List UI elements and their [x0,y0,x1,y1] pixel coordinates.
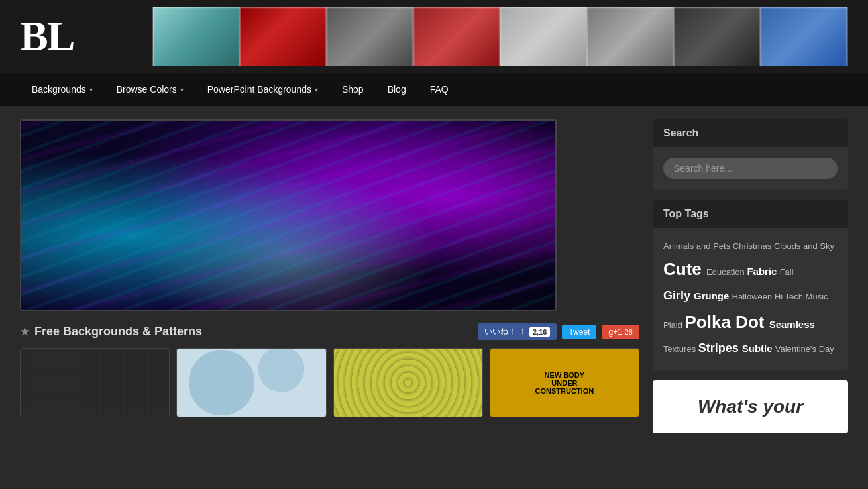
thumbnail-item-3[interactable] [333,348,483,417]
hero-canvas [21,121,555,310]
thumbnail-item-1[interactable] [20,348,170,417]
banner-thumb-5 [500,7,587,66]
tag-stripes[interactable]: Stripes [698,341,742,354]
content-title: ★ Free Backgrounds & Patterns [20,325,202,339]
tag-textures[interactable]: Textures [663,344,698,354]
sidebar: Search Top Tags Animals and Pets Christm… [653,119,848,433]
search-input[interactable] [663,158,838,179]
tag-polka-dot[interactable]: Polka Dot [685,312,769,332]
promo-block: What's your [653,380,848,433]
banner-thumb-6 [587,7,674,66]
tag-hi-tech[interactable]: Hi Tech [775,292,806,301]
header: BL [0,0,868,73]
gplus-label: g+1 [608,327,622,337]
tag-girly[interactable]: Girly [663,289,694,302]
thumbnail-grid: NEW BODYUNDERCONSTRUCTION [20,348,639,417]
nav-item-powerpoint[interactable]: PowerPoint Backgrounds ▾ [195,73,330,106]
banner-thumb-3 [327,7,413,66]
tag-music[interactable]: Music [806,292,828,301]
content-title-text: Free Backgrounds & Patterns [34,325,202,339]
hero-streaks [21,121,555,310]
tag-subtle[interactable]: Subtle [742,343,775,354]
tag-animals-and-pets[interactable]: Animals and Pets [663,241,733,251]
banner-thumb-7 [674,7,761,66]
chevron-down-icon: ▾ [89,86,93,93]
tag-fall[interactable]: Fall [780,267,794,277]
banner-thumb-4 [413,7,500,66]
tag-education[interactable]: Education [706,267,747,277]
main-content: ★ Free Backgrounds & Patterns いいね！！ 2,16… [0,106,868,447]
content-title-bar: ★ Free Backgrounds & Patterns いいね！！ 2,16… [20,323,639,340]
center-column: ★ Free Backgrounds & Patterns いいね！！ 2,16… [20,119,639,433]
tag-grunge[interactable]: Grunge [694,290,732,301]
tweet-label: Tweet [569,327,590,337]
fb-count: 2,16 [529,327,550,337]
promo-text: What's your [698,395,803,419]
search-widget: Search [653,119,848,190]
tweet-button[interactable]: Tweet [562,325,596,339]
banner-thumb-8 [761,7,847,66]
top-tags-widget: Top Tags Animals and Pets Christmas Clou… [653,200,848,370]
nav-item-shop[interactable]: Shop [330,73,376,106]
tag-plaid[interactable]: Plaid [663,320,685,330]
tag-cute[interactable]: Cute [663,259,706,279]
tag-christmas[interactable]: Christmas [733,241,774,251]
banner-thumb-2 [240,7,327,66]
thumbnail-item-4[interactable]: NEW BODYUNDERCONSTRUCTION [490,348,639,417]
logo[interactable]: BL [20,12,152,61]
fb-label: いいね！ [484,326,516,337]
nav-item-blog[interactable]: Blog [376,73,418,106]
nav: Backgrounds ▾ Browse Colors ▾ PowerPoint… [0,73,868,106]
nav-item-browse-colors[interactable]: Browse Colors ▾ [105,73,195,106]
banner-strip [152,7,848,66]
nav-item-backgrounds[interactable]: Backgrounds ▾ [20,73,105,106]
tag-valentines-day[interactable]: Valentine's Day [775,344,834,354]
facebook-like-button[interactable]: いいね！！ 2,16 [478,323,557,340]
hero-image[interactable] [20,119,557,311]
search-widget-body [653,147,848,190]
tags-list: Animals and Pets Christmas Clouds and Sk… [653,228,848,370]
gplus-count: 28 [625,328,633,336]
star-icon: ★ [20,325,29,338]
nav-item-faq[interactable]: FAQ [418,73,461,106]
gplus-button[interactable]: g+1 28 [602,325,639,339]
thumbnail-item-2[interactable] [176,348,326,417]
top-tags-title: Top Tags [653,200,848,228]
tag-seamless[interactable]: Seamless [769,319,815,330]
search-widget-title: Search [653,119,848,147]
banner-thumb-1 [153,7,240,66]
chevron-down-icon: ▾ [315,86,318,93]
social-buttons: いいね！！ 2,16 Tweet g+1 28 [478,323,639,340]
tag-clouds-and-sky[interactable]: Clouds and Sky [774,241,834,251]
tag-fabric[interactable]: Fabric [747,266,779,277]
logo-text: BL [20,13,74,60]
tag-halloween[interactable]: Halloween [732,292,775,301]
chevron-down-icon: ▾ [180,86,184,93]
